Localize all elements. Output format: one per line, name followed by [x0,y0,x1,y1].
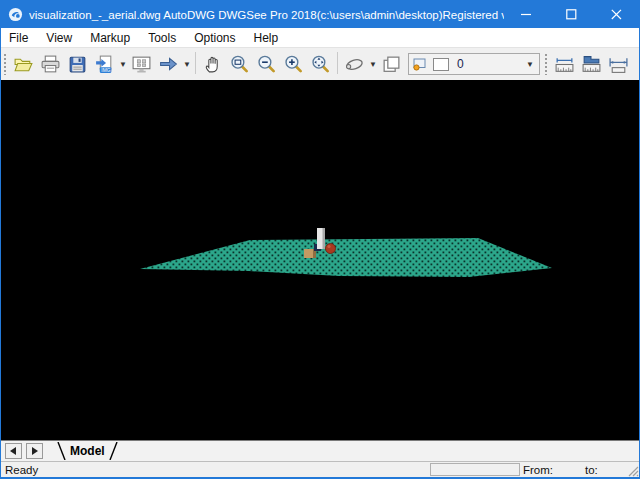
overlap-squares-icon [381,54,402,75]
menu-help[interactable]: Help [245,28,288,48]
menu-file[interactable]: File [1,28,37,48]
status-bar: Ready From: to: [1,461,639,477]
export-image-button[interactable]: IMG [91,51,118,78]
right-arrow-icon [31,447,38,455]
orbit-icon [344,54,365,75]
menu-view[interactable]: View [37,28,81,48]
print-icon [40,54,61,75]
drawing-scene [1,80,639,440]
sphere-object [326,244,336,254]
zoom-window-icon [229,54,250,75]
layer-value: 0 [457,57,526,71]
tab-scroll-right-button[interactable] [26,443,43,459]
zoom-extents-icon [310,54,331,75]
status-to-label: to: [585,464,625,476]
maximize-icon [566,9,577,20]
sheet-tab-bar: Model [1,440,639,461]
tab-left-slash [57,442,66,460]
drawing-canvas[interactable] [1,80,639,440]
monitor-icon [131,54,152,75]
zoom-in-button[interactable] [280,51,307,78]
measure-area-button[interactable] [578,51,605,78]
view-layout-button[interactable] [128,51,155,78]
title-bar[interactable]: visualization_-_aerial.dwg AutoDWG DWGSe… [1,1,639,28]
menu-tools[interactable]: Tools [139,28,185,48]
layer-select[interactable]: 0 ▼ [408,53,540,75]
open-folder-icon [13,54,34,75]
pan-button[interactable] [199,51,226,78]
next-view-button[interactable] [155,51,182,78]
app-window: visualization_-_aerial.dwg AutoDWG DWGSe… [0,0,640,479]
status-from-label: From: [523,464,585,476]
left-arrow-icon [10,447,17,455]
pan-hand-icon [202,54,223,75]
tab-right-slash [109,442,118,460]
export-dropdown-caret[interactable]: ▼ [118,51,128,78]
zoom-window-button[interactable] [226,51,253,78]
toolbar-separator [192,52,199,76]
layer-color-swatch [433,58,449,71]
zoom-extents-button[interactable] [307,51,334,78]
next-view-dropdown-caret[interactable]: ▼ [182,51,192,78]
close-icon [611,9,622,20]
compare-drawings-button[interactable] [378,51,405,78]
orbit-button[interactable] [341,51,368,78]
close-button[interactable] [594,1,639,28]
measure-dimension-button[interactable] [605,51,632,78]
measure-distance-icon [554,54,575,75]
zoom-out-icon [256,54,277,75]
zoom-in-icon [283,54,304,75]
orbit-dropdown-caret[interactable]: ▼ [368,51,378,78]
sphere-highlight [327,245,330,248]
save-button[interactable] [64,51,91,78]
tab-scroll-left-button[interactable] [5,443,22,459]
minimize-button[interactable] [504,1,549,28]
arrow-right-icon [158,54,179,75]
save-icon [67,54,88,75]
measure-distance-button[interactable] [551,51,578,78]
maximize-button[interactable] [549,1,594,28]
toolbar-grip[interactable] [544,53,549,75]
measure-dimension-icon [608,54,629,75]
open-button[interactable] [10,51,37,78]
menu-options[interactable]: Options [185,28,244,48]
app-icon [8,7,23,22]
status-ready-text: Ready [1,464,430,476]
layer-dropdown-caret[interactable]: ▼ [526,60,539,69]
tab-model-label: Model [66,444,109,458]
measure-area-icon [581,54,602,75]
tab-model[interactable]: Model [57,441,118,461]
print-button[interactable] [37,51,64,78]
minimize-icon [521,9,532,20]
pillar-shade [323,228,326,249]
status-panel [430,463,520,476]
svg-text:IMG: IMG [101,67,110,72]
layer-icon [412,56,429,73]
window-title: visualization_-_aerial.dwg AutoDWG DWGSe… [29,9,504,21]
resize-grip[interactable] [625,463,639,477]
export-image-icon: IMG [94,54,115,75]
menu-markup[interactable]: Markup [81,28,139,48]
zoom-out-button[interactable] [253,51,280,78]
toolbar: IMG ▼ ▼ [1,48,639,80]
toolbar-separator [334,52,341,76]
menu-bar: File View Markup Tools Options Help [1,28,639,48]
toolbar-grip[interactable] [3,53,8,75]
